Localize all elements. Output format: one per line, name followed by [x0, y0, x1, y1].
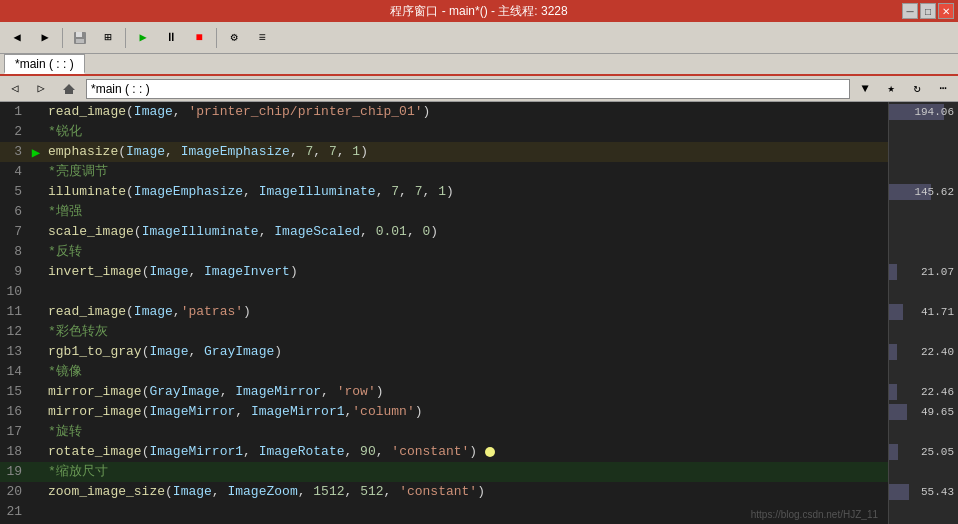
timing-column: 194.06145.6221.0741.7122.4022.4649.6525.…	[888, 102, 958, 524]
code-line[interactable]: 5illuminate(ImageEmphasize, ImageIllumin…	[0, 182, 888, 202]
code-line[interactable]: 15mirror_image(GrayImage, ImageMirror, '…	[0, 382, 888, 402]
line-number: 8	[0, 242, 28, 262]
code-line[interactable]: 1read_image(Image, 'printer_chip/printer…	[0, 102, 888, 122]
path-input[interactable]	[86, 79, 850, 99]
line-code	[44, 282, 888, 302]
run-button[interactable]: ▶	[130, 26, 156, 50]
line-number: 2	[0, 122, 28, 142]
line-arrow	[28, 182, 44, 202]
line-arrow	[28, 482, 44, 502]
timing-bar	[889, 484, 909, 500]
timing-value: 25.05	[921, 446, 954, 458]
line-arrow	[28, 122, 44, 142]
timing-cell	[889, 282, 958, 302]
timing-value: 55.43	[921, 486, 954, 498]
grid-button[interactable]: ⊞	[95, 26, 121, 50]
watermark: https://blog.csdn.net/HJZ_11	[751, 509, 878, 520]
timing-cell: 22.40	[889, 342, 958, 362]
back-button[interactable]: ◀	[4, 26, 30, 50]
code-line[interactable]: 3▶emphasize(Image, ImageEmphasize, 7, 7,…	[0, 142, 888, 162]
line-code: *缩放尺寸	[44, 462, 888, 482]
line-number: 4	[0, 162, 28, 182]
path-back-button[interactable]: ◁	[4, 79, 26, 99]
code-line[interactable]: 6*增强	[0, 202, 888, 222]
timing-value: 49.65	[921, 406, 954, 418]
timing-cell	[889, 502, 958, 522]
main-tab[interactable]: *main ( : : )	[4, 54, 85, 74]
forward-button[interactable]: ▶	[32, 26, 58, 50]
code-line[interactable]: 4*亮度调节	[0, 162, 888, 182]
code-line[interactable]: 2*锐化	[0, 122, 888, 142]
line-number: 11	[0, 302, 28, 322]
line-number: 6	[0, 202, 28, 222]
line-code: *旋转	[44, 422, 888, 442]
line-arrow	[28, 362, 44, 382]
pause-button[interactable]: ⏸	[158, 26, 184, 50]
line-code: *亮度调节	[44, 162, 888, 182]
code-line[interactable]: 11read_image(Image,'patras')	[0, 302, 888, 322]
line-number: 1	[0, 102, 28, 122]
line-code: rotate_image(ImageMirror1, ImageRotate, …	[44, 442, 888, 462]
line-arrow	[28, 282, 44, 302]
stop-button[interactable]: ■	[186, 26, 212, 50]
timing-bar	[889, 264, 897, 280]
code-line[interactable]: 19*缩放尺寸	[0, 462, 888, 482]
code-line[interactable]: 14*镜像	[0, 362, 888, 382]
code-line[interactable]: 18rotate_image(ImageMirror1, ImageRotate…	[0, 442, 888, 462]
code-line[interactable]: 17*旋转	[0, 422, 888, 442]
code-line[interactable]: 12*彩色转灰	[0, 322, 888, 342]
timing-cell	[889, 362, 958, 382]
timing-value: 145.62	[914, 186, 954, 198]
line-code: illuminate(ImageEmphasize, ImageIllumina…	[44, 182, 888, 202]
tab-label: *main ( : : )	[15, 57, 74, 71]
line-number: 7	[0, 222, 28, 242]
line-number: 20	[0, 482, 28, 502]
window-title: 程序窗口 - main*() - 主线程: 3228	[390, 3, 567, 20]
main-content: 1read_image(Image, 'printer_chip/printer…	[0, 102, 958, 524]
timing-cell	[889, 322, 958, 342]
line-code: *彩色转灰	[44, 322, 888, 342]
line-arrow	[28, 322, 44, 342]
code-line[interactable]: 9invert_image(Image, ImageInvert)	[0, 262, 888, 282]
timing-cell	[889, 422, 958, 442]
timing-cell	[889, 202, 958, 222]
settings-button[interactable]: ⚙	[221, 26, 247, 50]
line-code: rgb1_to_gray(Image, GrayImage)	[44, 342, 888, 362]
save-button[interactable]	[67, 26, 93, 50]
svg-rect-2	[76, 39, 84, 43]
close-button[interactable]: ✕	[938, 3, 954, 19]
line-code: *镜像	[44, 362, 888, 382]
refresh-icon[interactable]: ↻	[906, 79, 928, 99]
maximize-button[interactable]: □	[920, 3, 936, 19]
toolbar-separator-3	[216, 28, 217, 48]
timing-bar	[889, 344, 897, 360]
code-line[interactable]: 13rgb1_to_gray(Image, GrayImage)	[0, 342, 888, 362]
bookmark-icon[interactable]: ★	[880, 79, 902, 99]
timing-value: 194.06	[914, 106, 954, 118]
line-number: 12	[0, 322, 28, 342]
code-line[interactable]: 7scale_image(ImageIlluminate, ImageScale…	[0, 222, 888, 242]
line-arrow: ▶	[28, 142, 44, 162]
more-path-icon[interactable]: ⋯	[932, 79, 954, 99]
minimize-button[interactable]: ─	[902, 3, 918, 19]
path-home-button[interactable]	[56, 77, 82, 101]
code-line[interactable]: 8*反转	[0, 242, 888, 262]
line-arrow	[28, 502, 44, 522]
code-line[interactable]: 16mirror_image(ImageMirror, ImageMirror1…	[0, 402, 888, 422]
timing-value: 22.46	[921, 386, 954, 398]
svg-rect-1	[76, 32, 82, 37]
line-number: 13	[0, 342, 28, 362]
code-line[interactable]: 10	[0, 282, 888, 302]
line-number: 19	[0, 462, 28, 482]
timing-bar	[889, 384, 897, 400]
title-bar: 程序窗口 - main*() - 主线程: 3228 ─ □ ✕	[0, 0, 958, 22]
more-button[interactable]: ≡	[249, 26, 275, 50]
cursor-indicator	[485, 447, 495, 457]
code-line[interactable]: 20zoom_image_size(Image, ImageZoom, 1512…	[0, 482, 888, 502]
dropdown-button[interactable]: ▼	[854, 79, 876, 99]
timing-cell: 145.62	[889, 182, 958, 202]
line-number: 15	[0, 382, 28, 402]
code-lines[interactable]: 1read_image(Image, 'printer_chip/printer…	[0, 102, 888, 524]
path-forward-button[interactable]: ▷	[30, 79, 52, 99]
line-arrow	[28, 262, 44, 282]
